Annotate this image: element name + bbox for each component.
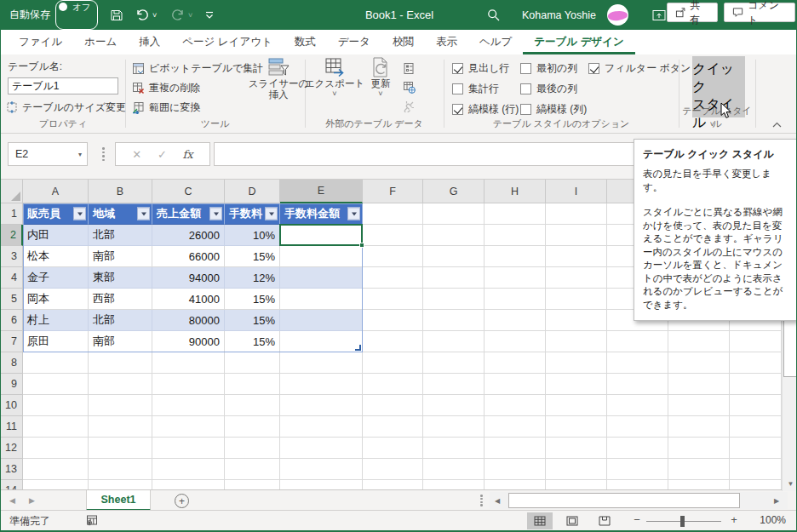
cell-D13[interactable] bbox=[225, 459, 280, 480]
checkbox-banded-rows[interactable]: 縞模様 (行) bbox=[452, 102, 519, 116]
cell-J11[interactable] bbox=[607, 416, 668, 438]
cell-I11[interactable] bbox=[546, 416, 607, 438]
cell-E14[interactable] bbox=[280, 480, 363, 489]
cell-A7[interactable]: 原田 bbox=[23, 331, 89, 352]
horizontal-scrollbar-thumb[interactable] bbox=[508, 493, 740, 508]
column-header-H[interactable]: H bbox=[485, 180, 546, 203]
cell-B8[interactable] bbox=[89, 352, 152, 374]
cell-C12[interactable] bbox=[152, 438, 225, 459]
checkbox-filter-button-box[interactable] bbox=[588, 63, 599, 74]
cell-C14[interactable] bbox=[152, 480, 225, 489]
name-box-dropdown-icon[interactable]: ▾ bbox=[78, 151, 82, 158]
zoom-slider-thumb[interactable] bbox=[680, 516, 685, 527]
checkbox-last-column[interactable]: 最後の列 bbox=[520, 82, 577, 95]
cell-G13[interactable] bbox=[423, 459, 485, 480]
cell-H14[interactable] bbox=[485, 480, 546, 489]
cell-L8[interactable] bbox=[730, 352, 782, 374]
row-header-5[interactable]: 5 bbox=[1, 289, 23, 310]
column-header-B[interactable]: B bbox=[89, 180, 152, 203]
cell-L11[interactable] bbox=[730, 416, 782, 438]
cell-L13[interactable] bbox=[730, 459, 782, 480]
cell-F11[interactable] bbox=[363, 416, 423, 438]
column-header-A[interactable]: A bbox=[23, 180, 89, 203]
row-header-1[interactable]: 1 bbox=[1, 203, 23, 225]
column-header-I[interactable]: I bbox=[546, 180, 607, 203]
convert-to-range-button[interactable]: 範囲に変換 bbox=[132, 99, 200, 116]
cell-H7[interactable] bbox=[485, 331, 546, 352]
cell-E1[interactable]: 手数料金額 bbox=[280, 203, 363, 225]
cell-I6[interactable] bbox=[546, 310, 607, 331]
cell-G11[interactable] bbox=[423, 416, 485, 438]
cell-C8[interactable] bbox=[152, 352, 225, 374]
cell-H9[interactable] bbox=[485, 374, 546, 395]
checkbox-last-column-box[interactable] bbox=[520, 83, 531, 94]
cell-J13[interactable] bbox=[607, 459, 668, 480]
cell-C7[interactable]: 90000 bbox=[152, 331, 225, 352]
insert-slicer-button[interactable]: スライサーの 挿入 bbox=[255, 56, 302, 100]
cell-A4[interactable]: 金子 bbox=[23, 267, 89, 289]
checkbox-header-row[interactable]: 見出し行 bbox=[452, 61, 509, 75]
collapse-ribbon-button[interactable] bbox=[772, 116, 782, 131]
cell-F4[interactable] bbox=[363, 267, 423, 289]
cell-H12[interactable] bbox=[485, 438, 546, 459]
cell-G1[interactable] bbox=[423, 203, 485, 225]
cell-E9[interactable] bbox=[280, 374, 363, 395]
save-button[interactable] bbox=[110, 0, 123, 30]
cell-C9[interactable] bbox=[152, 374, 225, 395]
page-layout-view-button[interactable] bbox=[559, 512, 585, 529]
ribbon-tab-insert[interactable]: 挿入 bbox=[128, 30, 171, 54]
cell-B13[interactable] bbox=[89, 459, 152, 480]
cell-K12[interactable] bbox=[668, 438, 730, 459]
ribbon-tab-review[interactable]: 校閲 bbox=[381, 30, 425, 54]
checkbox-banded-columns[interactable]: 縞模様 (列) bbox=[520, 102, 587, 116]
cell-G5[interactable] bbox=[423, 289, 485, 310]
cell-F9[interactable] bbox=[363, 374, 423, 395]
export-button[interactable]: エクスポート ˅ bbox=[310, 56, 359, 98]
share-button[interactable]: 共有 bbox=[667, 3, 718, 22]
cell-E6[interactable] bbox=[280, 310, 363, 331]
cell-B11[interactable] bbox=[89, 416, 152, 438]
cell-K11[interactable] bbox=[668, 416, 730, 438]
cell-D10[interactable] bbox=[225, 395, 280, 416]
redo-button[interactable] bbox=[171, 0, 185, 30]
avatar[interactable] bbox=[607, 4, 628, 26]
row-header-3[interactable]: 3 bbox=[1, 246, 23, 267]
column-header-E[interactable]: E bbox=[280, 180, 363, 203]
cell-B10[interactable] bbox=[89, 395, 152, 416]
cell-A11[interactable] bbox=[23, 416, 89, 438]
add-sheet-button[interactable]: + bbox=[175, 494, 189, 508]
sheet-tab-sheet1[interactable]: Sheet1 bbox=[86, 490, 151, 511]
cell-D7[interactable]: 15% bbox=[225, 331, 280, 352]
cell-B2[interactable]: 北部 bbox=[89, 225, 152, 246]
horizontal-scrollbar[interactable]: ◀ ▶ bbox=[490, 492, 788, 509]
cell-F6[interactable] bbox=[363, 310, 423, 331]
cell-B4[interactable]: 東部 bbox=[89, 267, 152, 289]
cell-F8[interactable] bbox=[363, 352, 423, 374]
cell-C5[interactable]: 41000 bbox=[152, 289, 225, 310]
cell-D6[interactable]: 15% bbox=[225, 310, 280, 331]
cell-K10[interactable] bbox=[668, 395, 730, 416]
cell-J8[interactable] bbox=[607, 352, 668, 374]
next-sheet-button[interactable]: ▶ bbox=[29, 496, 35, 505]
cell-G9[interactable] bbox=[423, 374, 485, 395]
ribbon-tab-data[interactable]: データ bbox=[327, 30, 381, 54]
undo-button[interactable] bbox=[135, 0, 149, 30]
filter-button-A1[interactable] bbox=[73, 208, 86, 220]
cell-F7[interactable] bbox=[363, 331, 423, 352]
column-header-C[interactable]: C bbox=[152, 180, 225, 203]
checkbox-filter-button[interactable]: フィルター ボタン bbox=[588, 61, 691, 75]
cancel-formula-button[interactable]: ✕ bbox=[132, 148, 141, 161]
cell-C4[interactable]: 94000 bbox=[152, 267, 225, 289]
cell-F10[interactable] bbox=[363, 395, 423, 416]
cell-C1[interactable]: 売上金額 bbox=[152, 203, 225, 225]
row-header-10[interactable]: 10 bbox=[1, 395, 23, 416]
table-properties-button[interactable] bbox=[403, 60, 415, 77]
cell-C6[interactable]: 80000 bbox=[152, 310, 225, 331]
cell-A12[interactable] bbox=[23, 438, 89, 459]
checkbox-total-row[interactable]: 集計行 bbox=[452, 82, 499, 95]
cell-B7[interactable]: 南部 bbox=[89, 331, 152, 352]
cell-H3[interactable] bbox=[485, 246, 546, 267]
redo-dropdown-icon[interactable]: ˅ bbox=[188, 0, 192, 30]
table-resize-handle[interactable] bbox=[355, 345, 361, 351]
cell-J10[interactable] bbox=[607, 395, 668, 416]
